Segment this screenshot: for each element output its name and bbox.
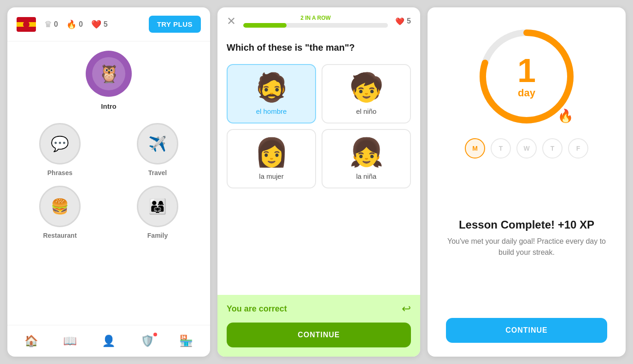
intro-circle[interactable]: 🦉	[86, 51, 132, 97]
answer-la-mujer[interactable]: 👩 la mujer	[227, 129, 316, 188]
quiz-screen: ✕ 2 IN A ROW ❤️ 5 Which of these is "the…	[217, 7, 420, 357]
correct-icon: ↩	[402, 302, 411, 315]
fire-badge: 🔥	[557, 108, 574, 123]
shield-icon: 🛡️	[141, 335, 154, 347]
quiz-question: Which of these is "the man"?	[217, 35, 420, 60]
answer-el-hombre[interactable]: 🧔 el hombre	[227, 64, 316, 123]
streak-num-big: 1	[517, 54, 536, 87]
heart-icon-s2: ❤️	[395, 17, 404, 26]
skill-circle-phrases: 💬	[39, 123, 81, 164]
hearts-count-s2: 5	[407, 17, 411, 25]
skill-label-restaurant: Restaurant	[43, 232, 76, 239]
streak-number-display: 1 day	[517, 54, 536, 99]
days-row: M T W T F	[465, 138, 588, 159]
nav-profile[interactable]: 👤	[97, 332, 120, 350]
answer-emoji-nina: 👧	[349, 137, 384, 168]
close-button[interactable]: ✕	[227, 16, 236, 27]
intro-section: 🦉 Intro	[17, 51, 201, 110]
intro-label: Intro	[101, 102, 116, 110]
book-icon: 📖	[63, 335, 77, 347]
skill-restaurant[interactable]: 🍔 Restaurant	[17, 186, 103, 239]
day-T2: T	[542, 138, 563, 159]
answer-emoji-hombre: 🧔	[254, 72, 289, 103]
skill-label-family: Family	[147, 232, 168, 239]
heart-count: 5	[104, 20, 108, 29]
streak-label: 2 IN A ROW	[243, 15, 388, 21]
correct-banner: You are correct ↩	[217, 295, 420, 323]
answer-el-nino[interactable]: 🧒 el niño	[322, 64, 411, 123]
lesson-subtitle: You've met your daily goal! Practice eve…	[446, 236, 607, 258]
skill-phrases[interactable]: 💬 Phrases	[17, 123, 103, 176]
s2-hearts: ❤️ 5	[395, 17, 411, 26]
skill-label-travel: Travel	[148, 169, 167, 176]
answer-emoji-nino: 🧒	[349, 72, 384, 103]
skill-circle-travel: ✈️	[137, 123, 178, 164]
try-plus-button[interactable]: TRY PLUS	[149, 16, 201, 33]
heart-stat: ❤️ 5	[91, 19, 108, 29]
progress-bar-bg	[243, 23, 388, 28]
crown-icon: ♛	[44, 19, 52, 29]
streak-num-label: day	[517, 87, 536, 99]
answer-grid: 🧔 el hombre 🧒 el niño 👩 la mujer 👧 la ni…	[217, 60, 420, 192]
shop-icon: 🏪	[179, 335, 193, 347]
continue-button-s3[interactable]: CONTINUE	[446, 318, 607, 343]
nav-lessons[interactable]: 📖	[59, 332, 82, 350]
nav-dot	[153, 333, 157, 336]
streak-container: 1 day 🔥 M T W T F	[465, 26, 588, 159]
continue-area: CONTINUE	[217, 323, 420, 357]
correct-text: You are correct	[227, 304, 287, 314]
nav-quests[interactable]: 🛡️	[136, 332, 159, 350]
day-W: W	[516, 138, 537, 159]
progress-section: 2 IN A ROW	[243, 15, 388, 28]
crown-stat: ♛ 0	[44, 19, 58, 29]
spain-flag	[17, 17, 36, 32]
s1-header: ♛ 0 🔥 0 ❤️ 5 TRY PLUS	[7, 7, 210, 41]
continue-button-s2[interactable]: CONTINUE	[227, 323, 411, 347]
skill-family[interactable]: 👨‍👩‍👧 Family	[114, 186, 201, 239]
answer-la-nina[interactable]: 👧 la niña	[322, 129, 411, 188]
answer-text-mujer: la mujer	[259, 172, 283, 180]
s1-content: 🦉 Intro 💬 Phrases ✈️ Travel 🍔 Restaurant	[7, 41, 210, 325]
skill-label-phrases: Phrases	[47, 169, 72, 176]
profile-icon: 👤	[102, 335, 116, 347]
answer-text-hombre: el hombre	[256, 107, 287, 115]
skill-travel[interactable]: ✈️ Travel	[114, 123, 201, 176]
home-icon: 🏠	[24, 335, 38, 347]
skills-grid: 💬 Phrases ✈️ Travel 🍔 Restaurant 👨‍👩‍👧 F…	[17, 123, 201, 239]
fire-icon: 🔥	[66, 19, 76, 29]
heart-icon: ❤️	[91, 19, 101, 29]
answer-text-nino: el niño	[356, 107, 376, 115]
fire-count: 0	[79, 20, 83, 29]
answer-emoji-mujer: 👩	[254, 137, 289, 168]
lesson-complete-section: Lesson Complete! +10 XP You've met your …	[446, 218, 607, 258]
s2-header: ✕ 2 IN A ROW ❤️ 5	[217, 7, 420, 35]
course-map-screen: ♛ 0 🔥 0 ❤️ 5 TRY PLUS 🦉 Intro	[7, 7, 210, 357]
lesson-title: Lesson Complete! +10 XP	[446, 218, 607, 231]
owl-icon: 🦉	[98, 64, 120, 84]
lesson-complete-screen: 1 day 🔥 M T W T F Lesson Complete! +10 X…	[428, 7, 626, 357]
crown-count: 0	[54, 20, 58, 29]
skill-circle-family: 👨‍👩‍👧	[137, 186, 178, 227]
nav-home[interactable]: 🏠	[20, 332, 43, 350]
nav-shop[interactable]: 🏪	[175, 332, 198, 350]
streak-ring: 1 day 🔥	[476, 26, 577, 127]
bottom-nav: 🏠 📖 👤 🛡️ 🏪	[7, 325, 210, 357]
fire-stat: 🔥 0	[66, 19, 83, 29]
answer-text-nina: la niña	[356, 172, 376, 180]
day-M: M	[465, 138, 485, 159]
day-F: F	[568, 138, 588, 159]
progress-bar-fill	[243, 23, 287, 28]
skill-circle-restaurant: 🍔	[39, 186, 81, 227]
day-T1: T	[491, 138, 511, 159]
